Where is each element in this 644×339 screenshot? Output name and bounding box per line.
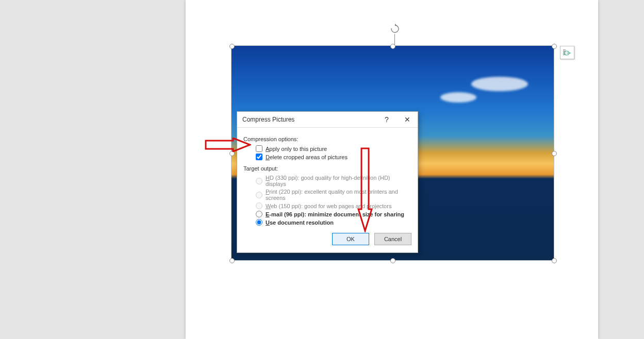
rotate-handle-stem: [394, 34, 395, 45]
compress-pictures-dialog: Compress Pictures ? ✕ Compression option…: [237, 111, 418, 253]
selection-handle-bm[interactable]: [390, 258, 395, 263]
dialog-button-row: OK Cancel: [243, 233, 411, 245]
ok-button[interactable]: OK: [332, 233, 369, 245]
apply-only-label: Apply only to this picture: [266, 146, 327, 152]
email-label: E-mail (96 ppi): minimize document size …: [266, 211, 404, 217]
target-output-label: Target output:: [243, 165, 411, 172]
docres-option[interactable]: Use document resolution: [256, 219, 411, 226]
dialog-close-button[interactable]: ✕: [397, 112, 418, 127]
delete-cropped-option[interactable]: Delete cropped areas of pictures: [256, 154, 411, 160]
print-option: Print (220 ppi): excellent quality on mo…: [256, 189, 411, 201]
hd-option: HD (330 ppi): good quality for high-defi…: [256, 175, 411, 187]
hd-label: HD (330 ppi): good quality for high-defi…: [266, 175, 411, 187]
apply-only-option[interactable]: Apply only to this picture: [256, 145, 411, 152]
compression-options-label: Compression options:: [243, 136, 411, 142]
hd-radio: [256, 178, 262, 184]
docres-label: Use document resolution: [266, 219, 334, 226]
cloud-visual: [440, 92, 476, 103]
selection-handle-br[interactable]: [552, 258, 557, 263]
selection-handle-tr[interactable]: [552, 44, 557, 49]
selection-handle-tm[interactable]: [390, 44, 395, 49]
delete-cropped-checkbox[interactable]: [256, 154, 262, 160]
docres-radio[interactable]: [256, 219, 262, 226]
selection-handle-ml[interactable]: [229, 151, 235, 156]
apply-only-checkbox[interactable]: [256, 145, 262, 152]
print-label: Print (220 ppi): excellent quality on mo…: [266, 189, 411, 201]
cloud-visual: [471, 77, 528, 91]
dialog-title: Compress Pictures: [237, 116, 376, 123]
selection-handle-tl[interactable]: [229, 44, 235, 49]
email-option[interactable]: E-mail (96 ppi): minimize document size …: [256, 211, 411, 217]
web-option: Web (150 ppi): good for web pages and pr…: [256, 202, 411, 209]
layout-options-button[interactable]: [560, 46, 574, 59]
dialog-help-button[interactable]: ?: [376, 112, 397, 127]
cancel-button[interactable]: Cancel: [374, 233, 411, 245]
print-radio: [256, 192, 262, 198]
rotate-handle[interactable]: [390, 24, 400, 34]
email-radio[interactable]: [256, 211, 262, 217]
selection-handle-mr[interactable]: [552, 151, 557, 156]
dialog-content: Compression options: Apply only to this …: [237, 128, 418, 252]
selection-handle-bl[interactable]: [229, 258, 235, 263]
web-radio: [256, 202, 262, 209]
delete-cropped-label: Delete cropped areas of pictures: [266, 154, 348, 160]
web-label: Web (150 ppi): good for web pages and pr…: [266, 203, 391, 209]
dialog-titlebar: Compress Pictures ? ✕: [237, 112, 418, 128]
